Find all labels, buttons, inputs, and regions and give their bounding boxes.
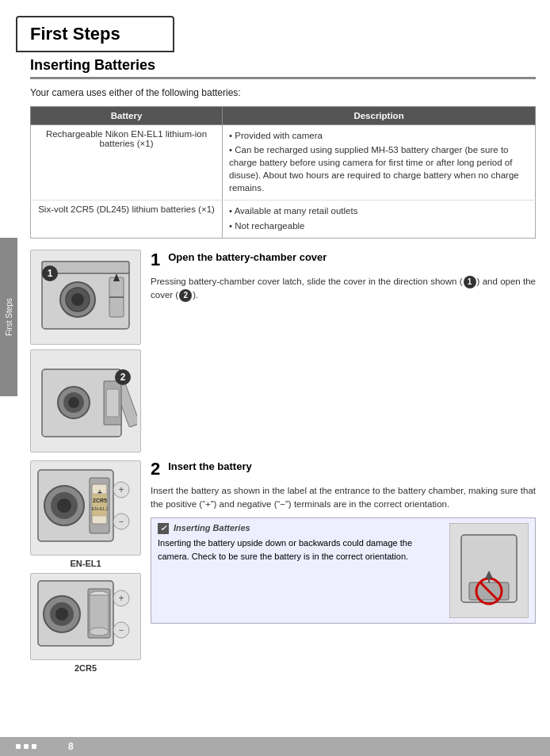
page-title-bar: First Steps: [16, 16, 174, 52]
step-1-image-1: 1: [30, 250, 141, 345]
warning-content: ✓ Inserting Batteries Inserting the batt…: [158, 523, 529, 618]
svg-point-29: [57, 498, 71, 513]
footer-dot: [32, 744, 36, 749]
page-number: 8: [68, 741, 74, 752]
battery-cell-2: Six-volt 2CR5 (DL245) lithium batteries …: [31, 200, 223, 238]
svg-point-38: [90, 628, 109, 636]
step-2-image-2cr5: + −: [30, 573, 141, 660]
svg-text:1: 1: [48, 268, 53, 279]
step-2-left: + − 2CR5 EN-EL1 + − EN-EL1: [30, 460, 141, 673]
page-title: First Steps: [30, 24, 160, 44]
list-item: Available at many retail outlets: [229, 204, 529, 217]
circle-2: 2: [179, 289, 192, 302]
intro-text: Your camera uses either of the following…: [30, 87, 536, 98]
step-1-image-2: 2: [30, 349, 141, 452]
step-1-title: Open the battery-chamber cover: [168, 251, 327, 263]
svg-point-16: [68, 397, 79, 408]
step-1-body: Pressing battery-chamber cover latch, sl…: [151, 275, 536, 303]
battery-table: Battery Description Rechargeable Nikon E…: [30, 106, 536, 239]
svg-point-4: [71, 293, 84, 306]
svg-rect-13: [106, 389, 119, 417]
label-2cr5: 2CR5: [30, 663, 141, 673]
table-row: Six-volt 2CR5 (DL245) lithium batteries …: [31, 200, 536, 238]
step-2-image-enel1: + − 2CR5 EN-EL1 + −: [30, 460, 141, 556]
desc-cell-1: Provided with camera Can be recharged us…: [223, 125, 536, 200]
svg-text:−: −: [119, 625, 124, 635]
list-item: Provided with camera: [229, 129, 529, 142]
svg-text:+: +: [118, 484, 124, 495]
step-1-number: 1: [151, 250, 160, 270]
desc-cell-2: Available at many retail outlets Not rec…: [223, 200, 536, 238]
footer-dot: [24, 744, 29, 749]
page-footer: 8: [0, 737, 550, 756]
step-1-images: 1: [30, 250, 141, 452]
step-1-section: 1: [30, 250, 536, 452]
svg-text:EN-EL1: EN-EL1: [91, 506, 109, 511]
step-2-right: 2 Insert the battery Insert the battery …: [151, 460, 536, 624]
warning-box: ✓ Inserting Batteries Inserting the batt…: [151, 517, 536, 624]
step-2-body: Insert the battery as shown in the label…: [151, 484, 536, 512]
svg-point-45: [55, 608, 68, 620]
side-label: First Steps: [0, 238, 17, 396]
step-1-text: 1 Open the battery-chamber cover Pressin…: [151, 250, 536, 303]
circle-1: 1: [464, 276, 476, 288]
svg-text:2: 2: [120, 372, 126, 383]
svg-rect-37: [90, 595, 109, 632]
warning-text: ✓ Inserting Batteries Inserting the batt…: [158, 523, 443, 563]
warning-title: ✓ Inserting Batteries: [158, 523, 443, 534]
step-2-title: Insert the battery: [168, 460, 251, 472]
svg-text:+: +: [118, 593, 124, 604]
table-header-description: Description: [223, 107, 536, 125]
table-header-battery: Battery: [31, 107, 223, 125]
list-item: Not rechargeable: [229, 220, 529, 232]
warning-checkmark-icon: ✓: [158, 523, 169, 534]
svg-text:2CR5: 2CR5: [93, 498, 107, 503]
step-2-number: 2: [151, 459, 160, 479]
table-row: Rechargeable Nikon EN-EL1 lithium-ion ba…: [31, 125, 536, 200]
footer-dot: [16, 744, 21, 749]
svg-text:−: −: [119, 517, 124, 526]
warning-image: [449, 523, 529, 618]
footer-dots: [16, 744, 36, 749]
label-en-el1: EN-EL1: [30, 559, 141, 568]
warning-body: Inserting the battery upside down or bac…: [158, 536, 443, 563]
list-item: Can be recharged using supplied MH-53 ba…: [229, 143, 529, 194]
battery-cell-1: Rechargeable Nikon EN-EL1 lithium-ion ba…: [31, 125, 223, 200]
step-2-section: + − 2CR5 EN-EL1 + − EN-EL1: [30, 460, 536, 673]
section-heading: Inserting Batteries: [30, 57, 536, 79]
